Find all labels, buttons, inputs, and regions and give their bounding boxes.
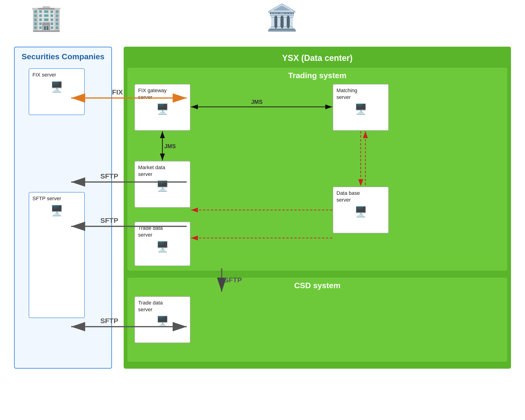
trade-data-trading-label: Trade dataserver	[138, 225, 163, 238]
ysx-title: YSX (Data center)	[127, 50, 507, 68]
market-data-box: Market dataserver 🖥️	[134, 161, 190, 208]
market-data-icon: 🖥️	[156, 180, 169, 192]
left-building-icon: 🏢	[30, 5, 62, 30]
trade-data-trading-icon: 🖥️	[156, 241, 169, 253]
matching-icon: 🖥️	[355, 103, 367, 115]
trade-data-csd-icon: 🖥️	[156, 315, 169, 327]
sftp-server-icon: 🖥️	[50, 205, 63, 216]
sftp-server-box: SFTP server 🖥️	[29, 192, 85, 318]
database-icon: 🖥️	[355, 205, 367, 218]
svg-text:JMS: JMS	[251, 99, 262, 105]
ysx-panel: YSX (Data center) Trading system FIX gat…	[124, 47, 511, 369]
fix-server-icon: 🖥️	[50, 81, 63, 93]
fix-server-box: FIX server 🖥️	[29, 68, 85, 115]
svg-text:FIX: FIX	[112, 88, 123, 96]
database-label: Data baseserver	[337, 190, 360, 203]
fix-gateway-label: FIX gatewayserver	[138, 87, 167, 101]
sftp-server-label: SFTP server	[32, 195, 61, 202]
diagram-container: 🏢 🏛️ Securities Companies FIX server 🖥️ …	[0, 0, 525, 420]
fix-gateway-icon: 🖥️	[156, 103, 169, 115]
trading-title: Trading system	[131, 71, 504, 80]
trade-data-trading-box: Trade dataserver 🖥️	[134, 222, 190, 266]
trading-panel: Trading system FIX gatewayserver 🖥️ Matc…	[127, 68, 507, 271]
securities-title: Securities Companies	[15, 47, 111, 64]
trade-data-csd-box: Trade dataserver 🖥️	[134, 296, 190, 343]
right-building-icon: 🏛️	[266, 5, 298, 30]
csd-title: CSD system	[131, 281, 504, 290]
csd-panel: CSD system Trade dataserver 🖥️	[127, 278, 507, 362]
market-data-label: Market dataserver	[138, 164, 165, 177]
fix-gateway-box: FIX gatewayserver 🖥️	[134, 84, 190, 131]
svg-text:JMS: JMS	[164, 143, 176, 149]
matching-box: Matchingserver 🖥️	[333, 84, 389, 131]
database-box: Data baseserver 🖥️	[333, 187, 389, 233]
trade-data-csd-label: Trade dataserver	[138, 299, 163, 313]
securities-panel: Securities Companies FIX server 🖥️ SFTP …	[14, 47, 112, 369]
matching-label: Matchingserver	[337, 87, 357, 101]
fix-server-label: FIX server	[32, 72, 56, 78]
